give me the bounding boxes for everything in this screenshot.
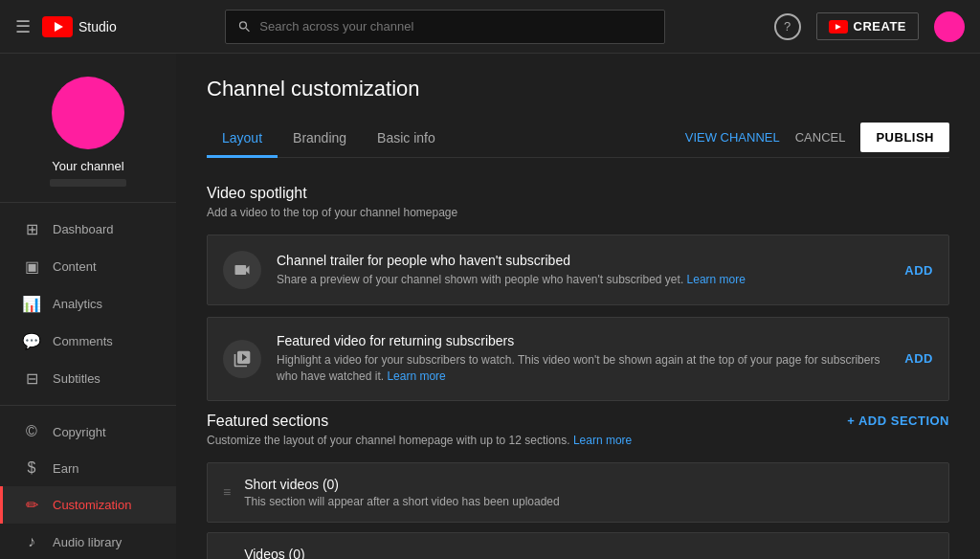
sidebar-profile: Your channel — [0, 54, 176, 203]
subtitles-icon: ⊟ — [22, 369, 41, 388]
sidebar-item-customization[interactable]: ✏ Customization — [0, 486, 176, 524]
featured-video-text: Featured video for returning subscribers… — [277, 333, 889, 385]
help-label: ? — [784, 19, 791, 34]
cancel-link[interactable]: CANCEL — [795, 130, 846, 145]
sidebar-item-content[interactable]: ▣ Content — [0, 248, 176, 285]
sidebar-channel-bar — [50, 179, 126, 187]
audio-library-icon: ♪ — [22, 533, 41, 550]
sidebar-item-label: Copyright — [53, 425, 106, 439]
featured-video-svg — [233, 349, 252, 369]
body-area: Your channel ⊞ Dashboard ▣ Content 📊 Ana… — [0, 54, 980, 559]
tab-branding[interactable]: Branding — [278, 121, 362, 158]
add-section-button[interactable]: + ADD SECTION — [847, 414, 949, 428]
search-input[interactable] — [259, 19, 653, 34]
section-card-shorts: ≡ Short videos (0) This section will app… — [207, 462, 949, 523]
tab-layout[interactable]: Layout — [207, 121, 278, 158]
sidebar: Your channel ⊞ Dashboard ▣ Content 📊 Ana… — [0, 54, 176, 559]
channel-trailer-card: Channel trailer for people who haven't s… — [207, 235, 949, 305]
sidebar-item-earn[interactable]: $ Earn — [0, 450, 176, 486]
sidebar-avatar — [52, 77, 124, 149]
sidebar-item-label: Audio library — [53, 535, 122, 549]
sidebar-item-copyright[interactable]: © Copyright — [0, 414, 176, 450]
featured-sections-subtext: Customize the layout of your channel hom… — [207, 434, 949, 447]
publish-button[interactable]: PUBLISH — [860, 123, 949, 152]
main-content: Channel customization Layout Branding Ba… — [176, 54, 980, 559]
channel-trailer-title: Channel trailer for people who haven't s… — [277, 253, 889, 268]
section-card-videos: ≡ Videos (0) This section will appear wh… — [207, 532, 949, 559]
sidebar-item-label: Analytics — [53, 297, 102, 311]
channel-trailer-learn-more[interactable]: Learn more — [687, 273, 746, 286]
logo-area: Studio — [42, 16, 117, 37]
section-card-shorts-text: Short videos (0) This section will appea… — [244, 477, 560, 508]
video-spotlight-section: Video spotlight Add a video to the top o… — [207, 185, 949, 401]
customization-icon: ✏ — [22, 496, 41, 514]
featured-video-add-btn[interactable]: ADD — [904, 351, 933, 366]
videos-title: Videos (0) — [244, 547, 535, 559]
video-spotlight-subtext: Add a video to the top of your channel h… — [207, 206, 949, 219]
drag-handle-icon[interactable]: ≡ — [223, 484, 231, 500]
top-nav: ☰ Studio ? CREATE — [0, 0, 980, 54]
featured-sections-header: Featured sections + ADD SECTION — [207, 413, 949, 430]
sidebar-item-label: Comments — [53, 334, 113, 348]
tabs-row: Layout Branding Basic info VIEW CHANNEL … — [207, 121, 949, 158]
channel-trailer-icon — [223, 251, 261, 289]
sidebar-nav: ⊞ Dashboard ▣ Content 📊 Analytics 💬 Comm… — [0, 203, 176, 559]
create-label: CREATE — [854, 19, 906, 34]
sidebar-divider — [0, 405, 176, 406]
nav-right: ? CREATE — [774, 11, 965, 42]
create-button[interactable]: CREATE — [816, 12, 919, 40]
copyright-icon: © — [22, 423, 41, 440]
drag-handle-icon-2[interactable]: ≡ — [223, 554, 231, 559]
comments-icon: 💬 — [22, 332, 41, 350]
sidebar-item-dashboard[interactable]: ⊞ Dashboard — [0, 211, 176, 248]
sidebar-item-label: Customization — [53, 498, 131, 512]
featured-video-card: Featured video for returning subscribers… — [207, 317, 949, 401]
hamburger-icon[interactable]: ☰ — [15, 16, 31, 37]
channel-trailer-desc: Share a preview of your channel shown wi… — [277, 272, 889, 288]
sidebar-item-label: Subtitles — [53, 371, 100, 386]
sidebar-item-analytics[interactable]: 📊 Analytics — [0, 285, 176, 323]
page-title: Channel customization — [207, 77, 949, 101]
help-icon[interactable]: ? — [774, 13, 801, 40]
sidebar-item-audio-library[interactable]: ♪ Audio library — [0, 524, 176, 559]
studio-label: Studio — [78, 19, 117, 34]
shorts-title: Short videos (0) — [244, 477, 560, 492]
featured-video-title: Featured video for returning subscribers — [277, 333, 889, 348]
featured-learn-more[interactable]: Learn more — [573, 434, 632, 447]
youtube-logo — [42, 16, 73, 37]
sidebar-item-label: Dashboard — [53, 222, 114, 236]
nav-left: ☰ Studio — [15, 16, 117, 37]
search-icon — [237, 19, 252, 34]
avatar[interactable] — [934, 11, 965, 42]
shorts-desc: This section will appear after a short v… — [244, 495, 560, 508]
earn-icon: $ — [22, 459, 41, 477]
create-icon — [829, 20, 848, 34]
video-icon — [233, 260, 252, 280]
tab-basic-info[interactable]: Basic info — [362, 121, 451, 158]
tabs-left: Layout Branding Basic info — [207, 121, 685, 157]
tabs-actions: VIEW CHANNEL CANCEL PUBLISH — [685, 123, 949, 156]
dashboard-icon: ⊞ — [22, 220, 41, 238]
video-spotlight-heading: Video spotlight — [207, 185, 949, 202]
sidebar-item-label: Earn — [53, 461, 78, 476]
featured-sections-title: Featured sections — [207, 413, 847, 430]
sidebar-item-label: Content — [53, 259, 97, 274]
sidebar-channel-name: Your channel — [52, 159, 123, 173]
search-bar — [117, 10, 774, 44]
featured-sections: Featured sections + ADD SECTION Customiz… — [207, 413, 949, 559]
view-channel-link[interactable]: VIEW CHANNEL — [685, 130, 780, 145]
featured-video-desc: Highlight a video for your subscribers t… — [277, 352, 889, 385]
sidebar-item-comments[interactable]: 💬 Comments — [0, 323, 176, 360]
search-wrap — [225, 10, 665, 44]
sidebar-item-subtitles[interactable]: ⊟ Subtitles — [0, 360, 176, 397]
featured-video-learn-more[interactable]: Learn more — [387, 369, 445, 383]
section-card-videos-text: Videos (0) This section will appear when… — [244, 547, 535, 559]
analytics-icon: 📊 — [22, 295, 41, 313]
content-icon: ▣ — [22, 257, 41, 276]
channel-trailer-text: Channel trailer for people who haven't s… — [277, 253, 889, 288]
featured-video-icon — [223, 340, 261, 378]
channel-trailer-add-btn[interactable]: ADD — [904, 263, 933, 278]
